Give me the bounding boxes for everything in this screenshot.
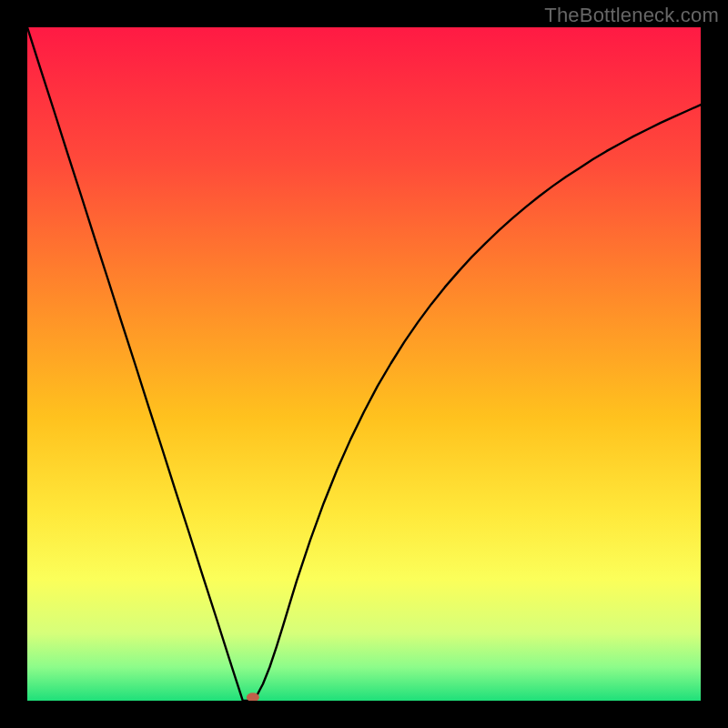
chart-svg bbox=[27, 27, 701, 701]
gradient-background bbox=[27, 27, 701, 701]
chart-frame: TheBottleneck.com bbox=[0, 0, 728, 728]
plot-area bbox=[27, 27, 701, 701]
watermark-text: TheBottleneck.com bbox=[544, 4, 719, 27]
